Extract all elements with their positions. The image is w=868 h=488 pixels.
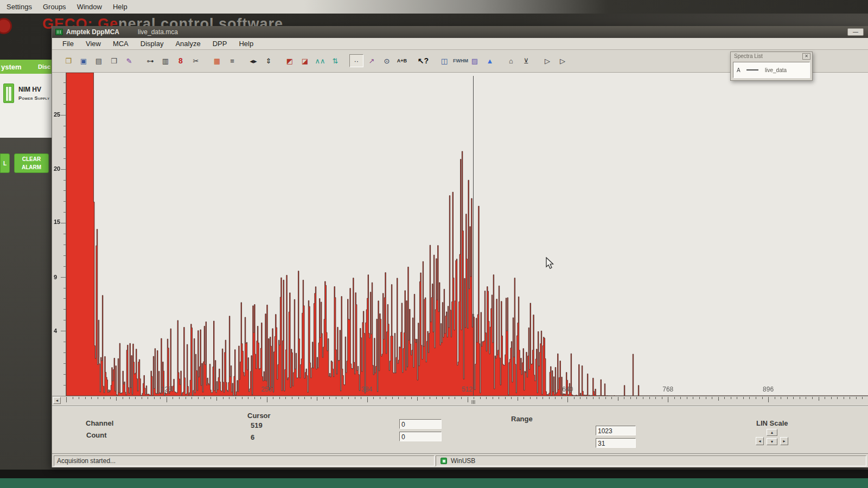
window-menubar: FileViewMCADisplayAnalyzeDPPHelp xyxy=(52,38,868,50)
fwhm-display-button[interactable]: FWHM xyxy=(452,54,467,67)
range-section-title: Range xyxy=(511,415,533,423)
device-setup-button[interactable]: ▥ xyxy=(158,54,173,67)
peak-info-button[interactable]: ▲ xyxy=(483,54,497,67)
dppmca-window: Amptek DppMCA live_data.mca — FileViewMC… xyxy=(52,26,868,467)
system-panel-header: ystem Disc xyxy=(0,60,52,74)
pan-horizontal-button[interactable]: ◂▸ xyxy=(246,54,260,67)
menu-display[interactable]: Display xyxy=(135,38,170,49)
open-file-button[interactable]: ❐ xyxy=(61,54,75,67)
peak-search-button[interactable]: ∧∧ xyxy=(313,54,327,67)
close-icon[interactable]: ✕ xyxy=(802,53,810,60)
line-draw-mode-button[interactable]: ↗ xyxy=(365,54,379,67)
scale-left-button[interactable]: ◄ xyxy=(756,437,764,445)
status-message: Acquisition started... xyxy=(57,457,116,465)
nim-device-subtitle: Power Supply xyxy=(18,95,49,101)
bg-menu-groups[interactable]: Groups xyxy=(40,2,74,12)
upload-config-button[interactable]: ⌂ xyxy=(504,54,518,67)
restart-acquisition-button[interactable]: ▷ xyxy=(556,54,570,67)
bottom-green-band xyxy=(0,478,868,488)
app-icon xyxy=(55,29,63,35)
cursor-field-1[interactable] xyxy=(399,419,442,429)
minimize-button[interactable]: — xyxy=(847,28,864,36)
screen: SettingsGroupsWindowHelp GECO: General c… xyxy=(0,0,868,488)
scale-mode-label: LIN Scale xyxy=(756,419,788,427)
partial-button-label: L xyxy=(1,159,9,168)
print-button[interactable]: ▤ xyxy=(92,54,106,67)
edit-notes-button[interactable]: ✎ xyxy=(122,54,136,67)
system-panel-title: ystem xyxy=(0,63,22,71)
download-config-button[interactable]: ⊻ xyxy=(519,54,533,67)
count-label: Count xyxy=(86,431,107,439)
clear-alarm-button[interactable]: CLEAR ALARM xyxy=(14,153,49,173)
spectrum-id: A xyxy=(737,67,746,73)
save-file-button[interactable]: ▣ xyxy=(76,54,91,67)
window-titlebar[interactable]: Amptek DppMCA live_data.mca — xyxy=(52,26,868,38)
background-app-left-panel: ystem Disc NIM HV Power Supply L CLEAR A… xyxy=(0,60,52,488)
background-app-menubar: SettingsGroupsWindowHelp xyxy=(0,0,868,14)
menu-help[interactable]: Help xyxy=(233,38,259,49)
window-open-file: live_data.mca xyxy=(138,28,178,36)
scale-down-button[interactable]: ▼ xyxy=(767,438,777,445)
channel-label: Channel xyxy=(86,419,113,427)
window-title: Amptek DppMCA xyxy=(66,28,119,36)
disconnect-label[interactable]: Disc xyxy=(38,63,50,70)
geco-logo xyxy=(0,18,12,34)
scale-right-button[interactable]: ► xyxy=(780,437,788,445)
status-message-pane: Acquisition started... xyxy=(54,455,435,466)
dot-draw-mode-button[interactable]: ∙· xyxy=(349,54,363,67)
auto-scale-button[interactable]: ⇅ xyxy=(328,54,342,67)
usb-device-icon xyxy=(441,458,447,464)
menu-mca[interactable]: MCA xyxy=(107,38,135,49)
copy-spectrum-button[interactable]: ❒ xyxy=(107,54,121,67)
spectra-list-title: Spectra List ✕ xyxy=(731,52,812,61)
spectrum-line-sample xyxy=(746,69,758,70)
mouse-cursor xyxy=(545,257,556,272)
spectra-list-item[interactable]: A live_data xyxy=(733,62,809,78)
device-status: WinUSB xyxy=(451,457,475,465)
bg-menu-help[interactable]: Help xyxy=(110,2,135,12)
spectra-listbox[interactable]: A live_data xyxy=(733,62,810,78)
bg-menu-window[interactable]: Window xyxy=(74,2,110,12)
clear-alarm-line1: CLEAR xyxy=(15,155,48,163)
scale-up-button[interactable]: ▲ xyxy=(767,429,777,436)
spectrum-name: live_data xyxy=(765,67,787,73)
text-view-button[interactable]: ≡ xyxy=(225,54,239,67)
menu-view[interactable]: View xyxy=(80,38,107,49)
expand-vertical-button[interactable]: ⇕ xyxy=(261,54,276,67)
zoom-in-spectrum-button[interactable]: ◪ xyxy=(298,54,312,67)
range-counts-field[interactable] xyxy=(596,438,636,448)
mca-display-button[interactable]: ▨ xyxy=(468,54,482,67)
bottom-dark-band xyxy=(0,470,868,478)
device-status-pane: WinUSB xyxy=(436,455,866,466)
zoom-box-button[interactable]: ⊙ xyxy=(380,54,394,67)
start-acquisition-button[interactable]: ▷ xyxy=(540,54,554,67)
control-panel: Cursor Channel 519 Count 6 Range LIN Sca… xyxy=(52,406,868,453)
bg-menu-settings[interactable]: Settings xyxy=(3,2,40,12)
scroll-left-button[interactable]: ◄ xyxy=(53,397,61,404)
cursor-field-2[interactable] xyxy=(399,432,442,441)
partial-button[interactable]: L xyxy=(0,153,10,173)
sum-spectra-button[interactable]: A+B xyxy=(395,54,409,67)
cursor-section-title: Cursor xyxy=(247,412,271,420)
count-value: 6 xyxy=(251,433,254,441)
context-help-button[interactable]: ↖? xyxy=(416,54,430,67)
display-colors-button[interactable]: ▦ xyxy=(210,54,224,67)
spectrum-plot[interactable] xyxy=(52,73,868,406)
clear-alarm-line2: ALARM xyxy=(15,163,48,171)
zoom-out-spectrum-button[interactable]: ◩ xyxy=(283,54,297,67)
status-bar: Acquisition started... WinUSB xyxy=(52,453,868,467)
menu-dpp[interactable]: DPP xyxy=(207,38,233,49)
nim-device-name: NIM HV xyxy=(18,86,41,93)
stop-light-button[interactable]: 8 xyxy=(174,54,188,67)
menu-analyze[interactable]: Analyze xyxy=(169,38,206,49)
spectra-list-title-text: Spectra List xyxy=(734,53,763,59)
nim-module-icon xyxy=(3,84,14,103)
menu-file[interactable]: File xyxy=(56,38,80,49)
info-panel-button[interactable]: ◫ xyxy=(437,54,451,67)
spectra-list-panel[interactable]: Spectra List ✕ A live_data xyxy=(730,52,813,81)
nim-hv-device-panel[interactable]: NIM HV Power Supply xyxy=(0,74,52,138)
spectrum-plot-area: ◄ xyxy=(52,73,868,406)
range-channels-field[interactable] xyxy=(596,426,636,435)
erase-spectrum-button[interactable]: ✂ xyxy=(189,54,203,67)
connect-device-button[interactable]: ⊶ xyxy=(143,54,157,67)
